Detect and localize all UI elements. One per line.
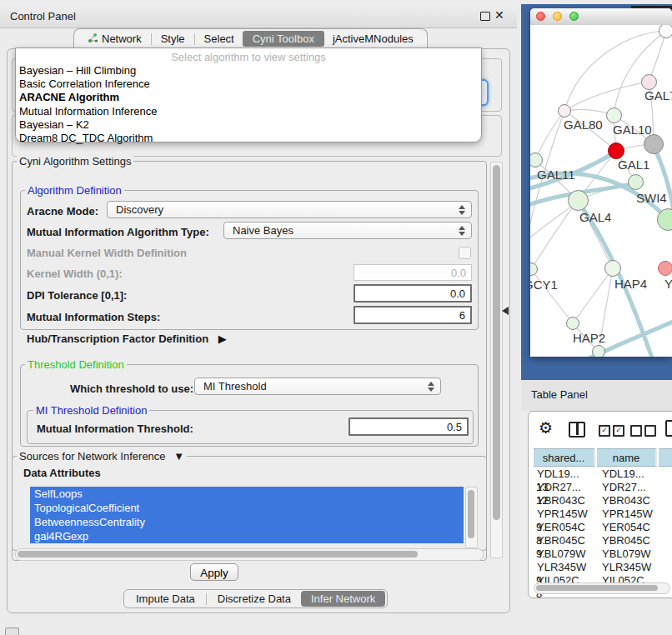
table-row[interactable]: YLR345WYLR345W9. <box>534 561 672 574</box>
maximize-window-icon[interactable] <box>569 12 579 21</box>
mi-type-label: Mutual Information Algorithm Type: <box>27 226 209 238</box>
mi-steps-label: Mutual Information Steps: <box>27 311 160 323</box>
spinner-icon <box>428 382 434 392</box>
dropdown-item[interactable]: Bayesian – Hill Climbing <box>16 64 481 78</box>
network-window-titlebar[interactable] <box>530 8 672 26</box>
attribute-item-selected[interactable]: gal4RGexp <box>30 529 464 543</box>
network-node-salmon[interactable] <box>658 261 672 276</box>
settings-horizontal-scrollbar[interactable] <box>15 548 484 561</box>
algorithm-dropdown-list: Select algorithm to view settings Bayesi… <box>15 48 482 142</box>
tab-infer-network[interactable]: Infer Network <box>301 591 385 607</box>
dropdown-item[interactable]: Basic Correlation Inference <box>16 78 481 91</box>
node-label-gal7: GAL7 <box>644 88 672 102</box>
table-row[interactable]: YPR145WYPR145W9. <box>534 508 672 521</box>
network-node-hap2[interactable] <box>566 317 579 330</box>
network-node-gal10[interactable] <box>606 108 622 123</box>
minimized-panel-icon[interactable] <box>5 628 19 635</box>
network-node-gal7[interactable] <box>641 74 657 90</box>
hub-definition-label: Hub/Transcription Factor Definition <box>27 332 208 345</box>
mi-type-combo[interactable]: Naive Bayes <box>223 222 472 239</box>
node-label-gal1: GAL1 <box>618 158 649 172</box>
float-panel-icon[interactable] <box>480 12 490 21</box>
table-row[interactable]: YDR27...YDR27...12 <box>534 481 672 494</box>
expanded-arrow-icon: ▼ <box>173 450 184 462</box>
network-node[interactable] <box>592 345 605 357</box>
network-node-gal80[interactable] <box>558 104 571 118</box>
column-layout-icon[interactable] <box>569 422 585 438</box>
tab-discretize-data[interactable]: Discretize Data <box>208 591 301 607</box>
tab-impute-data[interactable]: Impute Data <box>126 591 205 607</box>
column-header-partial[interactable] <box>659 448 672 467</box>
network-canvas[interactable]: GAL7 GAL80 GAL10 GAL1 GAL11 SWI4 GAL4 GC… <box>530 25 672 357</box>
column-header-name[interactable]: name <box>597 448 657 467</box>
tab-select[interactable]: Select <box>196 31 243 47</box>
table-horizontal-scrollbar[interactable] <box>534 582 670 594</box>
select-all-checkbox-icon[interactable]: ✓ <box>599 425 610 437</box>
manual-kernel-checkbox[interactable] <box>459 247 471 259</box>
table-row[interactable]: YDL19...YDL19...13 <box>534 468 672 481</box>
deselect-all-checkbox-icon[interactable] <box>644 425 656 437</box>
mi-threshold-label: Mutual Information Threshold: <box>37 422 193 435</box>
sources-group-title[interactable]: Sources for Network Inference ▼ <box>17 450 187 462</box>
network-node-hap4[interactable] <box>604 260 621 277</box>
bottom-tab-bar: Impute Data Discretize Data Infer Networ… <box>123 589 388 608</box>
node-label-gcy1: GCY1 <box>530 278 558 292</box>
tab-separator <box>194 33 195 45</box>
dropdown-item[interactable]: Mutual Information Inference <box>16 105 481 118</box>
tab-jactivemnodules[interactable]: jActiveMNodules <box>324 31 422 47</box>
collapsed-arrow-icon: ▶ <box>218 332 227 345</box>
network-node-gal4[interactable] <box>568 190 589 211</box>
settings-vertical-scrollbar[interactable] <box>490 162 503 558</box>
mi-threshold-field[interactable]: 0.5 <box>349 418 469 436</box>
dropdown-item[interactable]: Dream8 DC_TDC Algorithm <box>16 132 481 145</box>
node-label-hap4: HAP4 <box>614 277 647 291</box>
kernel-width-field[interactable]: 0.0 <box>354 264 472 281</box>
node-label-gal4: GAL4 <box>579 210 611 224</box>
table-rows: YDL19...YDL19...13 YDR27...YDR27...12 YB… <box>534 468 672 588</box>
which-threshold-label: Which threshold to use: <box>70 382 193 395</box>
table-panel-strip: Table Panel <box>521 380 672 411</box>
table-row[interactable]: YBL079WYBL079W <box>534 548 672 561</box>
tab-style[interactable]: Style <box>153 31 193 47</box>
network-node-gray[interactable] <box>644 134 664 154</box>
attribute-item-selected[interactable]: BetweennessCentrality <box>30 515 464 529</box>
attributes-list-scrollbar[interactable] <box>465 487 478 548</box>
dpi-tolerance-field[interactable]: 0.0 <box>354 284 472 302</box>
tab-separator <box>206 593 207 605</box>
dropdown-item-selected[interactable]: ARACNE Algorithm <box>16 91 481 104</box>
control-panel-tab-bar: Network Style Select Cyni Toolbox jActiv… <box>73 28 428 48</box>
tab-cyni-toolbox[interactable]: Cyni Toolbox <box>243 31 324 47</box>
hub-definition-expander[interactable]: Hub/Transcription Factor Definition ▶ <box>27 332 227 345</box>
minimize-window-icon[interactable] <box>553 12 562 21</box>
node-label-y: Y <box>664 277 672 291</box>
table-row[interactable]: YER054CYER054C8. <box>534 521 672 534</box>
which-threshold-combo[interactable]: MI Threshold <box>194 378 441 395</box>
threshold-definition-title: Threshold Definition <box>25 358 127 371</box>
table-mode-icon[interactable] <box>665 420 672 437</box>
data-attributes-label: Data Attributes <box>23 467 101 479</box>
close-window-icon[interactable] <box>536 12 545 21</box>
table-panel: ⚙ ✓ ✓ shared... name YDL19...YDL19...13 … <box>528 411 672 598</box>
aracne-mode-value: Discovery <box>116 203 163 216</box>
column-header-shared[interactable]: shared... <box>534 448 595 467</box>
aracne-mode-combo[interactable]: Discovery <box>107 201 472 218</box>
tab-network[interactable]: Network <box>79 31 150 48</box>
node-label-swi4: SWI4 <box>636 191 667 205</box>
network-window: GAL7 GAL80 GAL10 GAL1 GAL11 SWI4 GAL4 GC… <box>530 8 672 357</box>
close-panel-icon[interactable]: ✕ <box>494 8 504 22</box>
dropdown-item[interactable]: Bayesian – K2 <box>16 118 481 132</box>
network-node-swi4[interactable] <box>628 174 644 190</box>
mi-steps-field[interactable]: 6 <box>354 306 472 324</box>
gear-icon[interactable]: ⚙ <box>539 418 553 438</box>
deselect-all-checkbox-icon[interactable] <box>630 425 642 437</box>
table-row[interactable]: YBR045CYBR045C9. <box>534 534 672 548</box>
attribute-item-selected[interactable]: TopologicalCoefficient <box>30 501 464 515</box>
table-row[interactable]: YBR043CYBR043C <box>534 494 672 508</box>
network-node[interactable] <box>659 25 672 38</box>
attribute-item-selected[interactable]: SelfLoops <box>30 487 464 501</box>
network-node-gal1[interactable] <box>608 142 624 159</box>
select-all-checkbox-icon[interactable]: ✓ <box>613 425 624 437</box>
node-label-gal11: GAL11 <box>537 168 575 182</box>
apply-button[interactable]: Apply <box>190 563 238 581</box>
dropdown-placeholder: Select algorithm to view settings <box>16 48 481 64</box>
